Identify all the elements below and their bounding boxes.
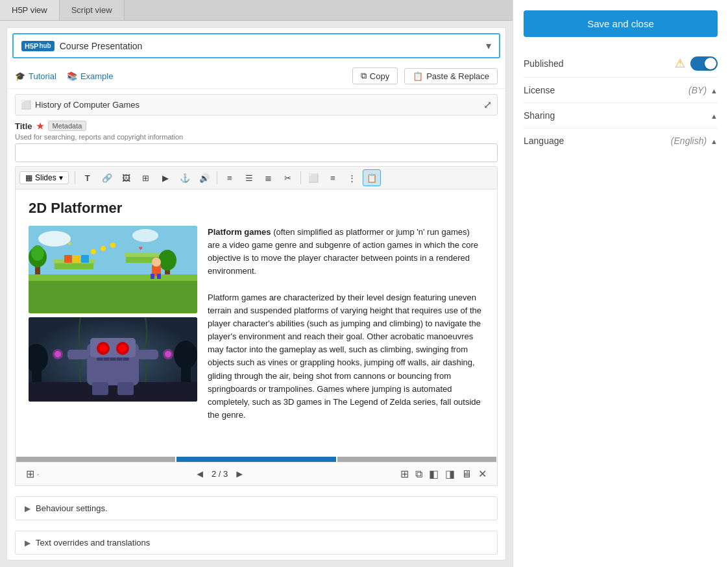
svg-text:♥: ♥: [139, 245, 143, 252]
language-value: (English): [671, 136, 707, 146]
svg-rect-10: [73, 255, 80, 263]
metadata-badge[interactable]: Metadata: [48, 121, 87, 131]
add-slide-icon[interactable]: ⊞: [400, 468, 409, 480]
screen-btn[interactable]: ⬜: [304, 169, 322, 186]
svg-point-18: [101, 246, 106, 251]
indent-btn[interactable]: ≡: [221, 169, 239, 186]
slides-dropdown-button[interactable]: ▦ Slides ▾: [19, 171, 69, 184]
link-btn[interactable]: 🔗: [98, 169, 116, 186]
slide-body: ♥ ★: [29, 226, 484, 422]
move-slide-right-icon[interactable]: ◨: [445, 468, 455, 480]
behaviour-settings-toggle[interactable]: ▶ Behaviour settings.: [16, 497, 497, 520]
svg-rect-23: [157, 274, 161, 279]
published-label: Published: [524, 58, 564, 69]
svg-rect-11: [81, 255, 89, 263]
tab-script-view[interactable]: Script view: [60, 0, 125, 20]
slide-progress-bar: [16, 457, 497, 462]
progress-seg-2: [176, 457, 335, 462]
grid-view-icon[interactable]: ⊞: [26, 468, 34, 480]
clone-slide-icon[interactable]: ⧉: [415, 468, 422, 480]
svg-rect-38: [97, 357, 129, 361]
history-bar: ⬜ History of Computer Games ⤢: [15, 94, 498, 115]
svg-rect-46: [117, 382, 134, 395]
text-format-btn[interactable]: T: [79, 169, 97, 186]
svg-rect-3: [29, 278, 197, 313]
h5p-brand: H5Phub Course Presentation: [21, 41, 142, 51]
svg-rect-22: [151, 274, 154, 279]
slides-dropdown-arrow: ▾: [59, 173, 63, 182]
history-icon: ⬜: [21, 100, 31, 110]
svg-point-21: [152, 258, 161, 267]
book-icon: 📚: [67, 71, 77, 81]
warning-icon: ⚠: [675, 56, 685, 71]
save-close-button[interactable]: Save and close: [524, 10, 718, 37]
text-overrides-toggle[interactable]: ▶ Text overrides and translations: [16, 531, 497, 554]
svg-point-1: [38, 231, 71, 247]
move-slide-left-icon[interactable]: ◧: [429, 468, 439, 480]
next-slide-button[interactable]: ►: [234, 468, 245, 480]
license-label: License: [524, 85, 555, 95]
example-link[interactable]: 📚 Example: [67, 71, 114, 81]
progress-seg-3: [337, 457, 496, 462]
content-type-label: Course Presentation: [60, 41, 143, 51]
action-buttons: ⧉ Copy 📋 Paste & Replace: [352, 67, 498, 84]
prev-slide-button[interactable]: ◄: [195, 468, 205, 480]
slide-editor: ▦ Slides ▾ T 🔗 🖼 ⊞ ▶ ⚓ 🔊 ≡ ☰ ≣: [15, 166, 498, 486]
cut-btn[interactable]: ✂: [279, 169, 297, 186]
progress-seg-1: [16, 457, 175, 462]
tutorial-link[interactable]: 🎓 Tutorial: [15, 71, 56, 81]
content-section: ⬜ History of Computer Games ⤢ Title ★ Me…: [7, 89, 505, 560]
title-input[interactable]: History of Computer Games: [15, 143, 498, 162]
svg-point-35: [99, 344, 107, 352]
tab-h5p-view[interactable]: H5P view: [0, 0, 60, 20]
sharing-chevron-icon[interactable]: [710, 110, 718, 121]
hat-icon: 🎓: [15, 71, 25, 81]
slide-nav: ⊞ · ◄ 2 / 3 ► ⊞ ⧉ ◧ ◨: [16, 462, 497, 485]
license-row: License (BY): [524, 78, 718, 103]
editor-area: H5Phub Course Presentation ▾ 🎓 Tutorial …: [6, 27, 506, 561]
desktop-preview-icon[interactable]: 🖥: [461, 468, 472, 480]
game-image-1: ♥ ★: [29, 226, 197, 313]
paste-icon: 📋: [413, 71, 423, 81]
slide-nav-left-icons: ⊞ ·: [26, 468, 39, 480]
audio-btn[interactable]: 🔊: [195, 169, 213, 186]
slide-images: ♥ ★: [29, 226, 197, 422]
svg-point-50: [165, 351, 171, 357]
embed-btn[interactable]: ⊞: [137, 169, 155, 186]
paste-replace-button[interactable]: 📋 Paste & Replace: [404, 68, 498, 84]
ordered-list-btn[interactable]: ☰: [240, 169, 258, 186]
license-chevron-icon[interactable]: [710, 84, 718, 96]
svg-point-48: [55, 351, 61, 357]
published-toggle[interactable]: [690, 56, 718, 71]
text-overrides-arrow-icon: ▶: [25, 538, 30, 548]
game-image-2: [29, 317, 197, 402]
svg-point-37: [119, 344, 127, 352]
expand-icon[interactable]: ⤢: [483, 99, 492, 111]
svg-point-31: [174, 341, 197, 369]
copy-button[interactable]: ⧉ Copy: [352, 67, 398, 84]
toggle-knob: [705, 58, 716, 69]
title-field-row: Title ★ Metadata Used for searching, rep…: [15, 121, 498, 162]
language-chevron-icon[interactable]: [710, 135, 718, 147]
svg-point-17: [91, 249, 96, 254]
svg-text:★: ★: [67, 241, 72, 247]
slide-heading: 2D Platformer: [29, 200, 484, 217]
anchor-btn[interactable]: ⚓: [176, 169, 194, 186]
published-row: Published ⚠: [524, 50, 718, 78]
lines-btn[interactable]: ≡: [324, 169, 342, 186]
title-label-row: Title ★ Metadata: [15, 121, 498, 131]
svg-rect-8: [125, 253, 160, 257]
delete-slide-icon[interactable]: ✕: [478, 468, 487, 480]
toolbar-separator-3: [300, 171, 301, 184]
toolbar-separator-1: [75, 171, 75, 184]
svg-rect-43: [67, 350, 88, 359]
video-btn[interactable]: ▶: [156, 169, 175, 186]
more-btn[interactable]: ⋮: [343, 169, 361, 186]
history-title: History of Computer Games: [35, 100, 140, 110]
clipboard-active-btn[interactable]: 📋: [363, 169, 381, 186]
image-btn[interactable]: 🖼: [117, 169, 136, 186]
unordered-list-btn[interactable]: ≣: [260, 169, 278, 186]
slides-icon: ▦: [25, 173, 32, 182]
left-panel: H5P view Script view H5Phub Course Prese…: [0, 0, 513, 567]
content-type-selector[interactable]: H5Phub Course Presentation ▾: [12, 33, 500, 58]
